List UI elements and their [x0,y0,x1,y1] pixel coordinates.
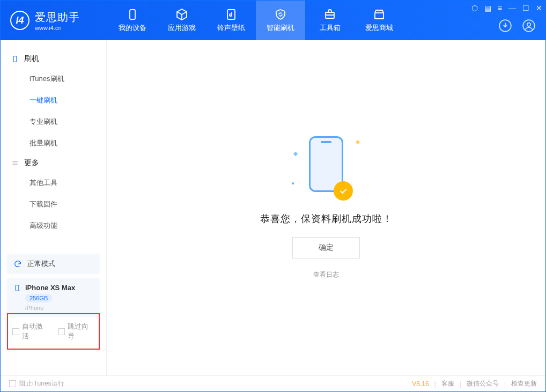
download-icon[interactable] [498,19,512,33]
app-subtitle: www.i4.cn [35,25,80,31]
separator: | [460,380,461,388]
footer-right: V8.16 | 客服 | 微信公众号 | 检查更新 [412,379,537,388]
svg-rect-6 [13,56,17,62]
sidebar-item-pro-flash[interactable]: 专业刷机 [1,111,106,132]
device-storage: 256GB [25,294,52,302]
nav-tab-ringtones[interactable]: 铃声壁纸 [206,1,256,40]
cube-icon [175,8,188,21]
checkbox-icon[interactable] [9,380,16,387]
device-panel: 正常模式 iPhone XS Max 256GB iPhone [7,254,100,316]
toolbox-icon [323,8,336,21]
sidebar-item-batch-flash[interactable]: 批量刷机 [1,132,106,154]
checkbox-icon [58,328,65,335]
sync-icon [13,260,22,268]
sidebar-item-oneclick-flash[interactable]: 一键刷机 [1,90,106,111]
logo-icon: i4 [10,11,29,30]
check-badge-icon [334,181,353,201]
sidebar-section-label: 刷机 [24,54,39,64]
menu-icon[interactable]: ≡ [498,4,502,12]
checkbox-label: 跳过向导 [68,322,94,341]
checkbox-label: 自动激活 [22,322,49,341]
music-file-icon [225,8,238,21]
svg-rect-7 [16,285,19,291]
separator: | [434,380,436,388]
device-name: iPhone XS Max [25,284,75,292]
sidebar-item-download-firmware[interactable]: 下载固件 [1,194,106,215]
separator: | [504,380,506,388]
svg-point-5 [527,23,531,27]
header: i4 爱思助手 www.i4.cn 我的设备 应用游戏 铃声壁纸 智能刷机 工具… [1,1,545,40]
store-icon [373,8,386,21]
success-message: 恭喜您，保资料刷机成功啦！ [260,212,393,225]
nav-tab-store[interactable]: 爱思商城 [355,1,404,40]
checkbox-auto-activate[interactable]: 自动激活 [12,322,49,341]
wechat-link[interactable]: 微信公众号 [467,379,499,388]
nav-tabs: 我的设备 应用游戏 铃声壁纸 智能刷机 工具箱 爱思商城 [108,1,404,40]
nav-label: 智能刷机 [267,23,294,33]
nav-tab-flash[interactable]: 智能刷机 [256,1,305,40]
sidebar: 刷机 iTunes刷机 一键刷机 专业刷机 批量刷机 更多 其他工具 下载固件 … [1,40,107,375]
svg-rect-0 [130,10,135,19]
app-title: 爱思助手 [35,10,80,25]
sidebar-item-other-tools[interactable]: 其他工具 [1,172,106,194]
sidebar-section-flash: 刷机 [1,50,106,68]
device-type: iPhone [25,305,43,311]
checkbox-icon [12,328,19,335]
device-mode-label: 正常模式 [27,259,55,269]
user-icon[interactable] [522,19,536,33]
nav-label: 爱思商城 [365,23,393,33]
phone-icon [126,8,139,21]
body: 刷机 iTunes刷机 一键刷机 专业刷机 批量刷机 更多 其他工具 下载固件 … [1,40,545,375]
block-itunes-label[interactable]: 阻止iTunes运行 [19,379,64,388]
nav-tab-apps[interactable]: 应用游戏 [157,1,206,40]
shield-sync-icon [274,8,287,21]
success-illustration [289,136,364,201]
maximize-icon[interactable]: ☐ [522,4,529,12]
nav-label: 应用游戏 [168,23,196,33]
window-controls: ⬡ ▤ ≡ — ☐ ✕ [471,4,542,12]
check-update-link[interactable]: 检查更新 [511,379,537,388]
sparkle-icon [291,182,294,185]
nav-label: 铃声壁纸 [217,23,245,33]
checkbox-skip-guide[interactable]: 跳过向导 [58,322,95,341]
close-icon[interactable]: ✕ [536,4,542,12]
footer: 阻止iTunes运行 V8.16 | 客服 | 微信公众号 | 检查更新 [1,375,545,391]
nav-label: 我的设备 [119,23,146,33]
sparkle-icon [293,152,298,156]
header-action-icons [498,19,536,33]
device-info-box[interactable]: iPhone XS Max 256GB iPhone [7,278,100,316]
footer-left: 阻止iTunes运行 [9,379,64,388]
device-mode-box[interactable]: 正常模式 [7,254,100,274]
ok-button[interactable]: 确定 [292,237,360,258]
sidebar-item-itunes-flash[interactable]: iTunes刷机 [1,68,106,90]
support-link[interactable]: 客服 [441,379,454,388]
phone-small-icon [13,284,21,292]
sidebar-section-label: 更多 [24,158,39,168]
view-log-link[interactable]: 查看日志 [313,270,339,279]
sidebar-section-more: 更多 [1,154,106,172]
nav-label: 工具箱 [320,23,341,33]
device-outline-icon [11,55,19,63]
svg-rect-1 [227,10,235,19]
list-icon[interactable]: ▤ [484,4,491,12]
sparkle-icon [356,140,360,144]
minimize-icon[interactable]: — [508,4,516,12]
more-icon [11,159,19,167]
options-row: 自动激活 跳过向导 [7,313,100,350]
main-content: 恭喜您，保资料刷机成功啦！ 确定 查看日志 [107,40,545,375]
shirt-icon[interactable]: ⬡ [471,4,478,12]
nav-tab-toolbox[interactable]: 工具箱 [305,1,355,40]
sidebar-item-advanced[interactable]: 高级功能 [1,215,106,236]
version-label: V8.16 [412,380,429,388]
logo-area: i4 爱思助手 www.i4.cn [1,10,108,31]
nav-tab-device[interactable]: 我的设备 [108,1,157,40]
svg-point-4 [523,20,535,32]
